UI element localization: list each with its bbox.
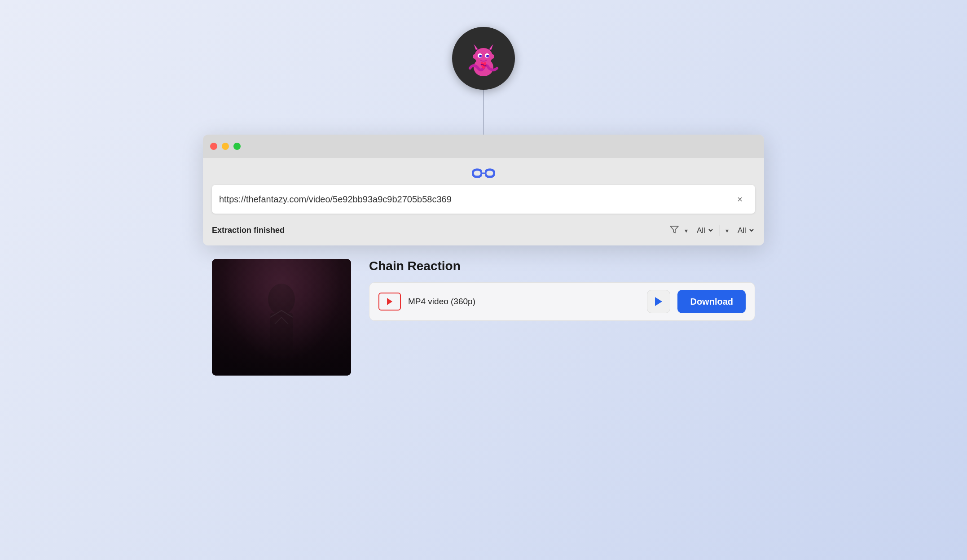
- video-title: Chain Reaction: [369, 259, 755, 273]
- format-label: MP4 video (360p): [408, 297, 640, 306]
- thumbnail-image: [212, 259, 351, 376]
- maximize-button[interactable]: [233, 143, 241, 150]
- chain-link-icon: [472, 166, 495, 182]
- svg-point-1: [475, 48, 492, 64]
- filter-divider: [720, 225, 720, 236]
- svg-rect-20: [270, 313, 293, 353]
- mascot-svg: [461, 36, 506, 81]
- address-bar-section: ×: [203, 158, 764, 218]
- filter-dropdown-indicator: ▾: [685, 227, 688, 234]
- svg-rect-14: [473, 170, 482, 177]
- quality-filter-select[interactable]: All: [734, 226, 755, 235]
- filter-section: ▾ All ▾ All: [669, 224, 755, 236]
- download-button[interactable]: Download: [677, 290, 746, 313]
- minimize-button[interactable]: [222, 143, 229, 150]
- svg-point-12: [473, 54, 476, 59]
- thumbnail-svg: [212, 259, 351, 376]
- status-bar: Extraction finished ▾ All ▾ All: [203, 218, 764, 236]
- connector-line: [483, 90, 484, 135]
- svg-point-10: [480, 55, 482, 57]
- browser-body: × Extraction finished ▾ All ▾: [203, 158, 764, 245]
- filter-icon: [669, 224, 679, 236]
- preview-play-icon: [655, 297, 662, 306]
- app-icon-section: [452, 27, 515, 135]
- video-info: Chain Reaction MP4 video (360p) Download: [369, 259, 755, 321]
- format-filter-select[interactable]: All: [693, 226, 714, 235]
- clear-url-button[interactable]: ×: [732, 191, 748, 207]
- format-play-triangle: [387, 298, 392, 305]
- svg-point-19: [268, 284, 295, 315]
- svg-rect-15: [485, 170, 494, 177]
- svg-point-13: [491, 54, 494, 59]
- browser-window: × Extraction finished ▾ All ▾: [203, 135, 764, 245]
- url-input[interactable]: [219, 194, 732, 205]
- url-bar-wrapper: ×: [212, 185, 755, 214]
- status-text: Extraction finished: [212, 226, 662, 235]
- preview-button[interactable]: [647, 290, 670, 313]
- content-area: Chain Reaction MP4 video (360p) Download: [203, 259, 764, 376]
- svg-point-11: [488, 55, 489, 57]
- svg-rect-21: [212, 259, 351, 376]
- quality-filter-indicator: ▾: [725, 227, 729, 234]
- browser-titlebar: [203, 135, 764, 158]
- svg-rect-18: [212, 259, 351, 376]
- video-thumbnail: [212, 259, 351, 376]
- video-format-icon: [378, 293, 401, 311]
- download-option-row: MP4 video (360p) Download: [369, 282, 755, 321]
- close-button[interactable]: [210, 143, 217, 150]
- app-icon: [452, 27, 515, 90]
